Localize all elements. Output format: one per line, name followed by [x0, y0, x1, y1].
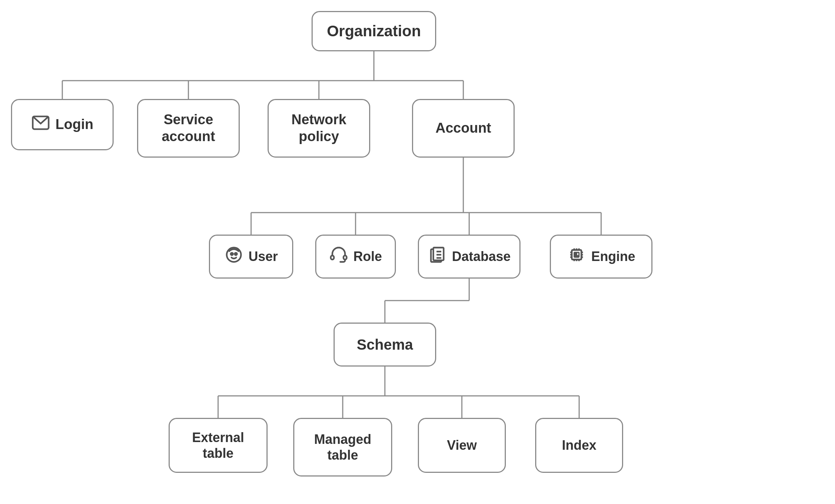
account-label: Account — [435, 120, 491, 137]
node-schema: Schema — [334, 323, 436, 367]
node-user: User — [209, 235, 293, 279]
external-table-label: Externaltable — [192, 430, 244, 461]
svg-rect-25 — [331, 256, 334, 260]
node-engine: L Engine — [550, 235, 652, 279]
node-service-account: Serviceaccount — [137, 99, 240, 158]
index-label: Index — [562, 437, 596, 453]
view-label: View — [447, 437, 477, 453]
database-label: Database — [452, 249, 511, 264]
node-network-policy: Networkpolicy — [268, 99, 370, 158]
mail-icon — [31, 113, 50, 136]
role-icon — [329, 245, 348, 268]
node-account: Account — [412, 99, 515, 158]
node-organization: Organization — [312, 11, 436, 51]
network-policy-label: Networkpolicy — [291, 111, 346, 145]
node-role: Role — [315, 235, 396, 279]
role-label: Role — [353, 249, 382, 264]
node-database: Database — [418, 235, 521, 279]
database-icon — [428, 245, 447, 268]
engine-label: Engine — [591, 249, 635, 264]
svg-point-23 — [231, 253, 233, 255]
managed-table-label: Managedtable — [314, 431, 371, 463]
connector-lines — [0, 0, 835, 504]
user-label: User — [249, 249, 278, 264]
organization-label: Organization — [327, 22, 421, 40]
engine-icon: L — [567, 245, 586, 268]
node-index: Index — [535, 418, 623, 473]
node-view: View — [418, 418, 506, 473]
node-external-table: Externaltable — [169, 418, 268, 473]
node-managed-table: Managedtable — [293, 418, 392, 477]
node-login: Login — [11, 99, 114, 150]
diagram: Organization Login Serviceaccount Networ… — [0, 0, 835, 504]
login-label: Login — [55, 116, 93, 133]
user-icon — [224, 245, 243, 268]
svg-point-24 — [235, 253, 237, 255]
schema-label: Schema — [357, 336, 413, 353]
service-account-label: Serviceaccount — [162, 111, 215, 145]
svg-text:L: L — [575, 253, 578, 258]
